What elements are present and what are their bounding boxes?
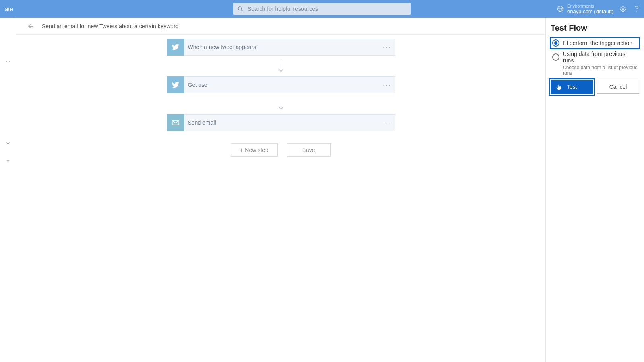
gear-icon [619, 5, 627, 12]
svg-point-0 [238, 6, 242, 10]
flow-name: Send an email for new Tweets about a cer… [42, 23, 179, 29]
twitter-icon [167, 39, 184, 56]
step-menu-button[interactable]: ··· [380, 81, 395, 89]
chevron-down-icon [5, 59, 11, 65]
connector-arrow [277, 93, 285, 114]
nav-section-title: ate [3, 6, 13, 12]
environment-label: Environments [567, 3, 613, 9]
environment-icon [557, 5, 564, 12]
radio-icon [552, 39, 559, 47]
flow-step-send-email[interactable]: Send email ··· [167, 114, 395, 131]
step-menu-button[interactable]: ··· [380, 43, 395, 51]
save-button[interactable]: Save [287, 143, 331, 157]
twitter-icon [167, 76, 184, 93]
help-button[interactable] [633, 5, 641, 13]
radio-label: Using data from previous runs [563, 51, 638, 64]
step-title: When a new tweet appears [188, 44, 380, 50]
search-container[interactable] [233, 3, 411, 15]
step-title: Get user [188, 82, 380, 88]
flow-step-get-user[interactable]: Get user ··· [167, 76, 395, 93]
nav-item-3[interactable] [0, 153, 16, 169]
test-flow-panel: Test Flow I'll perform the trigger actio… [545, 18, 644, 362]
left-nav-collapsed [0, 18, 16, 362]
cancel-button[interactable]: Cancel [597, 80, 639, 94]
arrow-down-icon [277, 58, 285, 74]
svg-line-1 [241, 10, 242, 11]
chevron-down-icon [5, 140, 11, 146]
cursor-hand-icon [555, 83, 562, 92]
svg-point-6 [636, 11, 637, 12]
new-step-button[interactable]: + New step [231, 143, 277, 157]
page-header: Send an email for new Tweets about a cer… [16, 18, 545, 35]
step-menu-button[interactable]: ··· [380, 119, 395, 127]
environment-name: enayu.com (default) [567, 9, 613, 14]
top-bar: ate Environments enayu.com (default) [0, 0, 644, 18]
flow-step-trigger[interactable]: When a new tweet appears ··· [167, 39, 395, 56]
back-button[interactable] [26, 21, 36, 31]
environment-picker[interactable]: Environments enayu.com (default) [557, 3, 613, 14]
radio-icon [552, 53, 559, 61]
help-icon [635, 5, 639, 12]
test-button[interactable]: Test [551, 80, 593, 94]
connector-arrow [277, 56, 285, 76]
flow-canvas: When a new tweet appears ··· Get user ··… [16, 35, 545, 362]
radio-previous-runs[interactable]: Using data from previous runs [551, 49, 639, 66]
panel-title: Test Flow [551, 23, 639, 33]
previous-runs-hint: Choose data from a list of previous runs [551, 65, 639, 76]
nav-item-1[interactable] [0, 54, 16, 70]
svg-point-5 [622, 8, 624, 10]
test-button-label: Test [567, 84, 577, 90]
arrow-down-icon [277, 96, 285, 112]
arrow-left-icon [27, 23, 35, 30]
nav-item-2[interactable] [0, 135, 16, 151]
search-icon [237, 6, 244, 12]
search-input[interactable] [248, 6, 407, 12]
step-title: Send email [188, 119, 380, 126]
mail-icon [167, 114, 184, 131]
chevron-down-icon [5, 158, 11, 164]
radio-perform-trigger[interactable]: I'll perform the trigger action [551, 37, 639, 49]
radio-label: I'll perform the trigger action [563, 40, 632, 46]
settings-button[interactable] [619, 5, 627, 13]
